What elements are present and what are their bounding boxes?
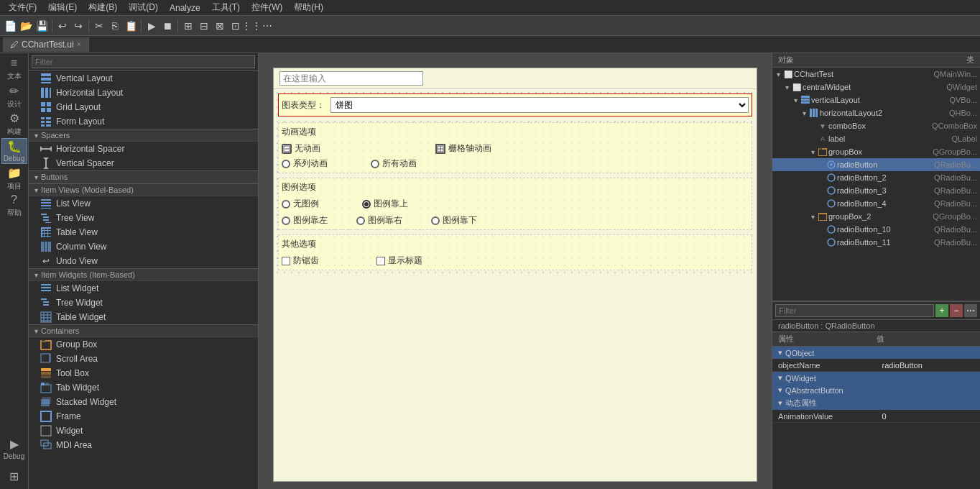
sidebar-build[interactable]: ⚙ 构建 <box>1 111 27 137</box>
menu-controls[interactable]: 控件(W) <box>246 0 288 15</box>
tool-tree-widget[interactable]: Tree Widget <box>29 296 258 310</box>
tree-row-radiobtn2[interactable]: radioButton_2 QRadioBu... <box>772 171 980 184</box>
tool-vertical-spacer[interactable]: Vertical Spacer <box>29 156 258 170</box>
tree-row-radiobtn4[interactable]: radioButton_4 QRadioBu... <box>772 197 980 210</box>
sidebar-project[interactable]: 📁 项目 <box>1 165 27 191</box>
tree-row-groupbox[interactable]: ▾ ab groupBox QGroupBo... <box>772 145 980 158</box>
radio-no-legend[interactable]: 无图例 <box>282 198 319 210</box>
tool-column-view[interactable]: Column View <box>29 239 258 254</box>
menu-build[interactable]: 构建(B) <box>83 0 123 15</box>
tree-row-radiobtn1[interactable]: radioButton QRadioBu... <box>772 158 980 171</box>
toolbar-b1[interactable]: ⊞ <box>181 19 195 33</box>
tool-widget[interactable]: Widget <box>29 424 258 438</box>
tree-row-radiobtn11[interactable]: radioButton_11 QRadioBu... <box>772 236 980 249</box>
tool-list-view[interactable]: List View <box>29 196 258 211</box>
tool-scroll-area[interactable]: Scroll Area <box>29 352 258 366</box>
section-spacers[interactable]: Spacers <box>29 129 258 142</box>
tree-row-label[interactable]: A label QLabel <box>772 132 980 145</box>
toolbar-copy[interactable]: ⎘ <box>108 19 122 33</box>
radio-legend-bottom[interactable]: 图例靠下 <box>431 214 477 227</box>
toolbar-new[interactable]: 📄 <box>3 19 17 33</box>
menu-file[interactable]: 文件(F) <box>3 0 42 15</box>
radio-legend-top[interactable]: 图例靠上 <box>362 198 408 210</box>
expand-central[interactable]: ▾ <box>782 83 791 91</box>
expand-dynamic[interactable]: ▾ <box>778 398 782 408</box>
props-filter-input[interactable] <box>775 304 934 317</box>
tree-row-vlayout[interactable]: ▾ verticalLayout QVBo... <box>772 93 980 106</box>
legend-left-radio[interactable] <box>282 216 290 225</box>
expand-qabstract[interactable]: ▾ <box>778 385 782 395</box>
tree-row-central[interactable]: ▾ ⬜ centralWidget QWidget <box>772 81 980 93</box>
tree-row-groupbox2[interactable]: ▾ groupBox_2 QGroupBo... <box>772 210 980 223</box>
sidebar-design[interactable]: ✏ 设计 <box>1 83 27 109</box>
legend-right-radio[interactable] <box>356 216 365 225</box>
tool-stacked-widget[interactable]: Stacked Widget <box>29 395 258 409</box>
expand-qobject[interactable]: ▾ <box>778 348 782 357</box>
tool-horizontal-layout[interactable]: Horizontal Layout <box>29 86 258 100</box>
toolbox-filter-input[interactable] <box>32 55 255 68</box>
tool-list-widget[interactable]: List Widget <box>29 281 258 296</box>
toolbar-cut[interactable]: ✂ <box>92 19 106 33</box>
tree-row-combobox[interactable]: ▼ comboBox QComboBox <box>772 119 980 132</box>
menu-edit[interactable]: 编辑(E) <box>42 0 83 15</box>
toolbar-b6[interactable]: ⋯ <box>260 19 274 33</box>
radio-all-anim[interactable]: 所有动画 <box>371 157 417 170</box>
sidebar-help[interactable]: ? 帮助 <box>1 193 27 219</box>
toolbar-redo[interactable]: ↪ <box>71 19 85 33</box>
props-add-btn[interactable]: + <box>935 304 948 317</box>
tool-horizontal-spacer[interactable]: Horizontal Spacer <box>29 142 258 156</box>
props-more-btn[interactable]: ⋯ <box>964 304 977 317</box>
sidebar-debug2[interactable]: ▶ Debug <box>1 436 27 462</box>
radio-series-anim[interactable]: 系列动画 <box>282 157 328 170</box>
tool-tab-widget[interactable]: Tab Widget <box>29 380 258 395</box>
expand-groupbox2[interactable]: ▾ <box>808 213 817 221</box>
no-legend-radio[interactable] <box>282 200 290 209</box>
tool-grid-layout[interactable]: Grid Layout <box>29 100 258 114</box>
tab-close[interactable]: × <box>77 40 81 48</box>
tab-ccharttest[interactable]: 🖊 CChartTest.ui × <box>3 37 89 52</box>
legend-bottom-radio[interactable] <box>431 216 440 225</box>
series-anim-radio[interactable] <box>282 160 290 168</box>
expand-groupbox[interactable]: ▾ <box>808 148 817 156</box>
tool-frame[interactable]: Frame <box>29 409 258 424</box>
checkbox-show-title[interactable]: ✓ 显示标题 <box>376 255 422 267</box>
toolbar-b2[interactable]: ⊟ <box>197 19 211 33</box>
props-remove-btn[interactable]: − <box>950 304 963 317</box>
sidebar-text[interactable]: ≡ 文本 <box>1 56 27 82</box>
tool-mdi-area[interactable]: MDI Area <box>29 438 258 452</box>
sidebar-app[interactable]: ⊞ <box>1 463 27 489</box>
sidebar-debug1[interactable]: 🐛 Debug <box>1 138 27 164</box>
toolbar-stop[interactable]: ⏹ <box>160 19 175 33</box>
form-input[interactable] <box>279 71 423 86</box>
expand-vlayout[interactable]: ▾ <box>791 96 800 104</box>
checkbox-antialiasing[interactable]: 防锯齿 <box>282 255 319 267</box>
tree-row-ccharttest[interactable]: ▾ ⬜ CChartTest QMainWin... <box>772 68 980 81</box>
expand-hlayout2[interactable]: ▾ <box>800 109 808 117</box>
section-containers[interactable]: Containers <box>29 324 258 337</box>
tree-row-hlayout2[interactable]: ▾ horizontalLayout2 QHBo... <box>772 106 980 119</box>
tool-tool-box[interactable]: Tool Box <box>29 366 258 380</box>
tool-table-view[interactable]: Table View <box>29 225 258 239</box>
antialiasing-checkbox[interactable] <box>282 257 290 265</box>
menu-tools[interactable]: 工具(T) <box>206 0 246 15</box>
section-item-widgets[interactable]: Item Widgets (Item-Based) <box>29 268 258 281</box>
legend-top-radio[interactable] <box>362 200 371 209</box>
toolbar-open[interactable]: 📂 <box>19 19 33 33</box>
toolbar-save[interactable]: 💾 <box>34 19 49 33</box>
tool-table-widget[interactable]: Table Widget <box>29 310 258 324</box>
expand-qwidget[interactable]: ▾ <box>778 373 782 383</box>
section-item-views[interactable]: Item Views (Model-Based) <box>29 183 258 196</box>
tree-row-radiobtn3[interactable]: radioButton_3 QRadioBu... <box>772 184 980 197</box>
expand-ccharttest[interactable]: ▾ <box>774 70 782 78</box>
tool-group-box[interactable]: ab Group Box <box>29 337 258 352</box>
menu-analyze[interactable]: Analyze <box>164 1 206 14</box>
radio-legend-left[interactable]: 图例靠左 <box>282 214 328 227</box>
show-title-checkbox[interactable]: ✓ <box>376 257 385 265</box>
radio-legend-right[interactable]: 图例靠右 <box>356 214 402 227</box>
menu-debug[interactable]: 调试(D) <box>123 0 164 15</box>
tool-vertical-layout[interactable]: Vertical Layout <box>29 71 258 86</box>
menu-help[interactable]: 帮助(H) <box>288 0 329 15</box>
tool-undo-view[interactable]: ↩ Undo View <box>29 254 258 268</box>
toolbar-undo[interactable]: ↩ <box>55 19 70 33</box>
toolbar-b3[interactable]: ⊠ <box>213 19 227 33</box>
